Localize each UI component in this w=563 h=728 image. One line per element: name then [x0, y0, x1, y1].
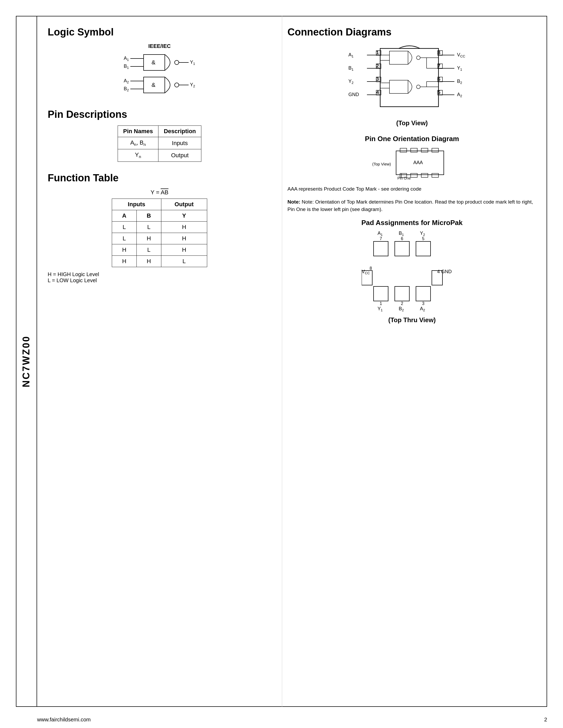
svg-text:B2: B2: [457, 79, 462, 85]
svg-point-59: [417, 85, 420, 89]
svg-text:&: &: [151, 82, 155, 88]
y-val: L: [161, 255, 207, 267]
svg-text:5: 5: [422, 236, 425, 241]
b-val: H: [136, 233, 161, 244]
y-val: H: [161, 233, 207, 244]
svg-text:4: 4: [376, 90, 379, 95]
function-table-legend: H = HIGH Logic Level L = LOW Logic Level: [48, 271, 271, 284]
svg-text:8: 8: [370, 266, 372, 271]
svg-text:3: 3: [422, 301, 425, 306]
svg-text:VCC: VCC: [362, 269, 370, 275]
right-column: Connection Diagrams A1 1 B1 2 Y: [282, 16, 547, 707]
svg-text:A2: A2: [124, 78, 129, 84]
footer-page-number: 2: [544, 717, 547, 723]
col-y-header: Y: [161, 210, 207, 221]
connection-diagram-top-view: A1 1 B1 2 Y2 3 GND 4 VCC: [288, 43, 537, 127]
svg-text:5: 5: [438, 90, 440, 95]
part-number-label: NC7WZ00: [21, 335, 32, 387]
svg-text:B1: B1: [399, 231, 404, 237]
equation-overline: AB: [160, 189, 168, 196]
note-label: Note:: [288, 199, 301, 205]
svg-text:B1: B1: [124, 64, 129, 70]
pin-desc-cell: Inputs: [158, 137, 201, 149]
svg-text:VCC: VCC: [457, 52, 465, 58]
top-thru-label: (Top Thru View): [288, 316, 537, 324]
logic-symbol-section: Logic Symbol IEEE/IEC &: [48, 26, 271, 98]
table-row: An, Bn Inputs: [118, 137, 201, 149]
svg-text:7: 7: [438, 63, 440, 69]
svg-text:2: 2: [401, 301, 403, 306]
function-table-title: Function Table: [48, 172, 271, 184]
micropak-title: Pad Assignments for MicroPak: [288, 219, 537, 227]
svg-text:GND: GND: [349, 92, 359, 97]
svg-text:Y2: Y2: [420, 231, 425, 237]
table-row: H H L: [112, 255, 207, 267]
svg-text:A2: A2: [420, 306, 425, 312]
function-equation: Y = AB: [48, 189, 271, 196]
svg-text:Y1: Y1: [378, 306, 383, 312]
svg-rect-86: [416, 241, 431, 256]
svg-rect-93: [395, 286, 409, 301]
svg-text:6: 6: [401, 236, 403, 241]
a-val: H: [112, 255, 137, 267]
pin-names-header: Pin Names: [118, 126, 158, 137]
svg-point-13: [174, 83, 179, 87]
svg-rect-72: [411, 173, 417, 177]
b-val: L: [136, 244, 161, 255]
svg-text:A1: A1: [124, 56, 129, 62]
connection-diagrams-title: Connection Diagrams: [288, 26, 537, 38]
svg-text:1: 1: [376, 50, 379, 55]
svg-point-4: [174, 60, 179, 65]
pin-name-cell: Yn: [118, 149, 158, 161]
svg-rect-51: [390, 51, 408, 64]
svg-text:7: 7: [380, 236, 382, 241]
svg-rect-92: [374, 286, 388, 301]
left-column: Logic Symbol IEEE/IEC &: [37, 16, 282, 707]
legend-l: L = LOW Logic Level: [48, 277, 271, 284]
col-a-header: A: [112, 210, 137, 221]
b-val: L: [136, 221, 161, 233]
legend-h: H = HIGH Logic Level: [48, 271, 271, 277]
output-group-header: Output: [161, 199, 207, 210]
logic-symbol-title: Logic Symbol: [48, 26, 271, 38]
svg-text:A1: A1: [378, 231, 383, 237]
svg-text:(Top View): (Top View): [372, 162, 391, 166]
svg-rect-74: [432, 173, 439, 177]
svg-text:Y1: Y1: [190, 60, 195, 66]
pin-orientation-title: Pin One Orientation Diagram: [288, 135, 537, 143]
table-row: H L H: [112, 244, 207, 255]
a-val: H: [112, 244, 137, 255]
svg-text:Y1: Y1: [457, 65, 462, 71]
pin-desc-cell: Output: [158, 149, 201, 161]
pin-name-cell: An, Bn: [118, 137, 158, 149]
top-view-label: (Top View): [288, 119, 537, 127]
svg-rect-70: [432, 148, 439, 152]
svg-text:AAA: AAA: [413, 160, 423, 165]
a-val: L: [112, 221, 137, 233]
svg-rect-18: [380, 48, 439, 107]
svg-text:2: 2: [376, 63, 379, 69]
micropak-section: Pad Assignments for MicroPak A1 B1 Y2 7 …: [288, 219, 537, 324]
inputs-group-header: Inputs: [112, 199, 161, 210]
main-content: Logic Symbol IEEE/IEC &: [37, 16, 547, 707]
logic-symbol-diagram: & A1 B1 Y1 &: [48, 51, 271, 98]
svg-text:6: 6: [438, 77, 440, 82]
col-b-header: B: [136, 210, 161, 221]
svg-text:B1: B1: [349, 65, 354, 71]
function-table-section: Function Table Y = AB Inputs Output A B …: [48, 172, 271, 284]
pin-orientation-section: Pin One Orientation Diagram (Top View) A…: [288, 135, 537, 180]
ieee-label: IEEE/IEC: [48, 43, 271, 49]
svg-text:3: 3: [376, 77, 379, 82]
b-val: H: [136, 255, 161, 267]
svg-rect-68: [411, 148, 417, 152]
svg-rect-84: [374, 241, 388, 256]
svg-text:B2: B2: [399, 306, 404, 312]
svg-rect-69: [421, 148, 428, 152]
orientation-note: Note: Note: Orientation of Top Mark dete…: [288, 198, 537, 213]
svg-rect-58: [390, 80, 408, 93]
svg-text:4 GND: 4 GND: [437, 269, 452, 274]
svg-text:1: 1: [380, 301, 382, 306]
pin-descriptions-title: Pin Descriptions: [48, 109, 271, 120]
vertical-label: NC7WZ00: [16, 16, 37, 707]
svg-rect-94: [416, 286, 431, 301]
